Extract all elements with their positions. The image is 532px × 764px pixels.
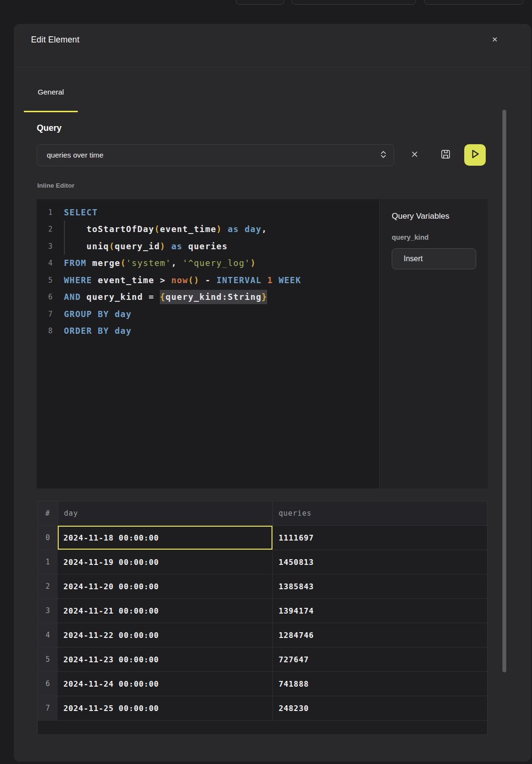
tab-general[interactable]: General — [24, 86, 78, 112]
insert-variable-button[interactable]: Insert — [392, 248, 476, 269]
clear-query-button[interactable] — [408, 149, 421, 161]
table-row[interactable]: 72024-11-25 00:00:00248230 — [38, 696, 487, 720]
code-line[interactable]: 3 uniq(query_id) as queries — [37, 238, 379, 255]
save-query-button[interactable] — [439, 149, 452, 162]
header-divider — [14, 67, 531, 67]
line-number: 1 — [37, 208, 52, 217]
table-row[interactable]: 52024-11-23 00:00:00727647 — [38, 647, 487, 671]
row-index-cell[interactable]: 3 — [38, 599, 58, 623]
code-line[interactable]: 1SELECT — [37, 204, 379, 221]
edit-element-modal: Edit Element ✕ General Query queries ove… — [14, 24, 531, 762]
line-number: 6 — [37, 293, 52, 301]
tab-general-label: General — [38, 88, 64, 111]
screen: Edit Element ✕ General Query queries ove… — [0, 0, 532, 764]
modal-title: Edit Element — [31, 35, 80, 45]
play-icon — [469, 149, 480, 161]
line-number: 8 — [37, 327, 52, 335]
query-selector-value: queries over time — [47, 151, 380, 159]
close-icon[interactable]: ✕ — [489, 33, 501, 46]
table-row[interactable]: 02024-11-18 00:00:001111697 — [38, 525, 487, 550]
variable-name-label: query_kind — [392, 233, 476, 241]
query-variables-heading: Query Variables — [392, 212, 476, 221]
table-row[interactable]: 42024-11-22 00:00:001284746 — [38, 623, 487, 647]
day-cell[interactable]: 2024-11-19 00:00:00 — [58, 550, 272, 574]
code-text: ORDER BY day — [64, 326, 132, 336]
code-line[interactable]: 8ORDER BY day — [37, 323, 379, 340]
day-cell[interactable]: 2024-11-23 00:00:00 — [58, 647, 272, 671]
day-cell[interactable]: 2024-11-24 00:00:00 — [58, 672, 272, 696]
row-index-cell[interactable]: 0 — [38, 526, 58, 550]
queries-cell[interactable]: 1394174 — [272, 599, 487, 623]
column-header-queries[interactable]: queries — [272, 501, 487, 525]
code-line[interactable]: 4FROM merge('system', '^query_log') — [37, 255, 379, 272]
table-row[interactable]: 62024-11-24 00:00:00741888 — [38, 671, 487, 696]
code-text: GROUP BY day — [64, 309, 132, 319]
table-row[interactable]: 12024-11-19 00:00:001450813 — [38, 550, 487, 574]
queries-cell[interactable]: 727647 — [272, 647, 487, 671]
run-query-button[interactable] — [464, 144, 486, 166]
line-number: 3 — [37, 242, 52, 251]
day-cell[interactable]: 2024-11-21 00:00:00 — [58, 599, 272, 623]
query-variables-panel: Query Variables query_kind Insert — [380, 199, 488, 488]
queries-cell[interactable]: 1450813 — [272, 550, 487, 574]
code-line[interactable]: 5WHERE event_time > now() - INTERVAL 1 W… — [37, 272, 379, 289]
select-stepper-icon — [380, 149, 387, 161]
code-text: uniq(query_id) as queries — [64, 242, 228, 251]
queries-cell[interactable]: 741888 — [272, 672, 487, 696]
table-footer — [38, 720, 487, 734]
code-text: AND query_kind = {query_kind:String} — [64, 292, 267, 302]
line-number: 7 — [37, 310, 52, 318]
modal-scrollbar-thumb[interactable] — [502, 110, 506, 672]
queries-cell[interactable]: 1385843 — [272, 574, 487, 598]
day-cell[interactable]: 2024-11-20 00:00:00 — [58, 574, 272, 598]
toolbar-button-3[interactable] — [424, 0, 523, 5]
code-line[interactable]: 2 toStartOfDay(event_time) as day, — [37, 221, 379, 238]
code-text: SELECT — [64, 208, 98, 217]
column-header-index[interactable]: # — [38, 501, 58, 525]
row-index-cell[interactable]: 4 — [38, 623, 58, 647]
code-text: FROM merge('system', '^query_log') — [64, 258, 256, 268]
day-cell[interactable]: 2024-11-25 00:00:00 — [58, 696, 272, 720]
row-index-cell[interactable]: 6 — [38, 672, 58, 696]
results-table: # day queries 02024-11-18 00:00:00111169… — [37, 501, 488, 735]
code-line[interactable]: 6AND query_kind = {query_kind:String} — [37, 289, 379, 306]
clear-icon — [411, 150, 418, 160]
code-text: toStartOfDay(event_time) as day, — [64, 224, 267, 234]
code-text: WHERE event_time > now() - INTERVAL 1 WE… — [64, 276, 301, 285]
indent-guide — [64, 221, 65, 255]
toolbar-button-1[interactable] — [236, 0, 284, 5]
queries-cell[interactable]: 1284746 — [272, 623, 487, 647]
query-section-heading: Query — [37, 123, 62, 133]
inline-editor-label: Inline Editor — [37, 182, 74, 189]
line-number: 2 — [37, 225, 52, 233]
code-line[interactable]: 7GROUP BY day — [37, 306, 379, 323]
table-header-row: # day queries — [38, 501, 487, 525]
sql-editor: 1SELECT2 toStartOfDay(event_time) as day… — [37, 199, 488, 488]
queries-cell[interactable]: 248230 — [272, 696, 487, 720]
row-index-cell[interactable]: 7 — [38, 696, 58, 720]
queries-cell[interactable]: 1111697 — [272, 526, 487, 550]
table-body: 02024-11-18 00:00:00111169712024-11-19 0… — [38, 525, 487, 720]
row-index-cell[interactable]: 2 — [38, 574, 58, 598]
toolbar-button-2[interactable] — [292, 0, 416, 5]
code-area[interactable]: 1SELECT2 toStartOfDay(event_time) as day… — [37, 199, 379, 488]
row-index-cell[interactable]: 1 — [38, 550, 58, 574]
query-selector[interactable]: queries over time — [37, 144, 394, 166]
line-number: 5 — [37, 276, 52, 285]
column-header-day[interactable]: day — [58, 501, 272, 525]
table-row[interactable]: 32024-11-21 00:00:001394174 — [38, 598, 487, 623]
row-index-cell[interactable]: 5 — [38, 647, 58, 671]
line-number: 4 — [37, 259, 52, 267]
day-cell[interactable]: 2024-11-18 00:00:00 — [58, 526, 272, 550]
table-row[interactable]: 22024-11-20 00:00:001385843 — [38, 574, 487, 598]
save-icon — [440, 149, 451, 162]
day-cell[interactable]: 2024-11-22 00:00:00 — [58, 623, 272, 647]
